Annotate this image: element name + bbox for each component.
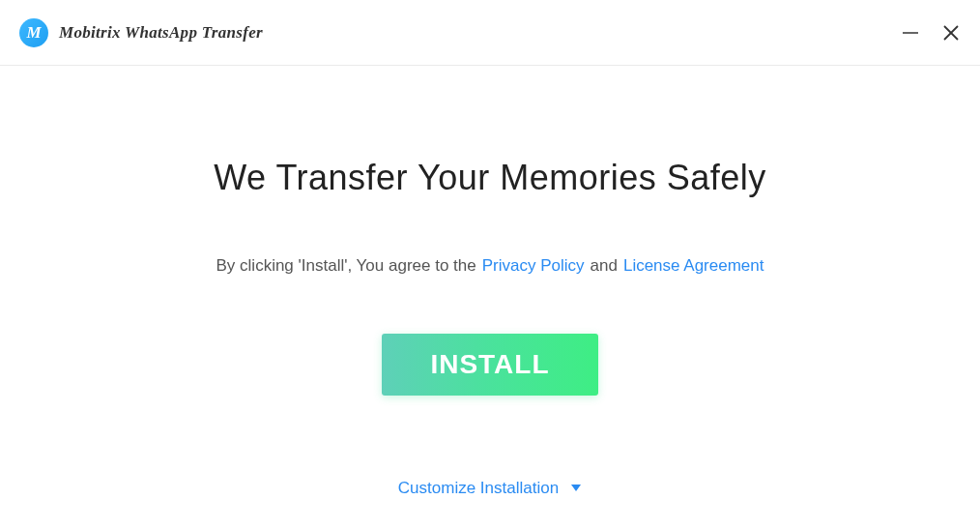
title-bar: M Mobitrix WhatsApp Transfer xyxy=(0,0,980,66)
brand: M Mobitrix WhatsApp Transfer xyxy=(19,18,263,47)
customize-installation-link[interactable]: Customize Installation xyxy=(398,479,582,498)
install-button[interactable]: INSTALL xyxy=(382,334,597,396)
close-button[interactable] xyxy=(941,23,961,43)
svg-marker-3 xyxy=(571,485,581,491)
app-logo-letter: M xyxy=(26,23,41,43)
window-controls xyxy=(901,23,961,43)
agreement-prefix: By clicking 'Install', You agree to the xyxy=(216,256,476,276)
close-icon xyxy=(941,23,961,43)
privacy-policy-link[interactable]: Privacy Policy xyxy=(482,256,585,276)
minimize-icon xyxy=(901,23,920,43)
chevron-down-icon xyxy=(570,484,582,493)
customize-label: Customize Installation xyxy=(398,479,559,498)
agreement-and: and xyxy=(591,256,618,276)
agreement-text: By clicking 'Install', You agree to the … xyxy=(216,256,764,276)
headline: We Transfer Your Memories Safely xyxy=(214,158,766,198)
main-content: We Transfer Your Memories Safely By clic… xyxy=(0,66,980,479)
minimize-button[interactable] xyxy=(901,23,920,43)
app-logo-icon: M xyxy=(19,18,48,47)
license-agreement-link[interactable]: License Agreement xyxy=(623,256,764,276)
footer: Customize Installation xyxy=(0,479,980,529)
app-title: Mobitrix WhatsApp Transfer xyxy=(59,23,263,43)
